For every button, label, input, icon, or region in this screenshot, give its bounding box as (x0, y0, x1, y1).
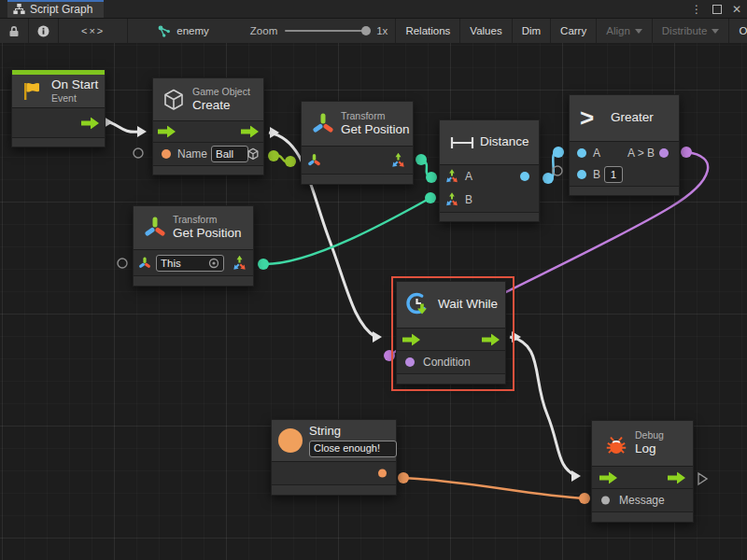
string-value-field[interactable]: Close enough! (309, 441, 397, 457)
align-button[interactable]: Align (596, 19, 652, 43)
node-create[interactable]: Game Object Create Name Ball (152, 77, 264, 175)
wire-string-string-to-log-message[interactable] (398, 472, 590, 504)
wire-flow-waitwhile-to-log[interactable] (510, 331, 581, 482)
info-icon (37, 25, 49, 37)
graph-toolbar: <×> enemy Zoom 1x Relations Values Dim C… (0, 19, 747, 44)
flow-row (397, 329, 505, 351)
string-output-port[interactable] (378, 469, 387, 478)
graph-breadcrumb[interactable]: enemy (148, 19, 218, 43)
node-wait-while[interactable]: Wait While Condition (396, 281, 506, 385)
maximize-icon[interactable] (712, 5, 722, 14)
zoom-value: 1x (376, 25, 388, 36)
flow-input-port[interactable] (599, 471, 617, 483)
node-title: Wait While (438, 297, 498, 313)
unconnected-flow-indicator[interactable] (698, 473, 707, 484)
node-title: Distance (480, 134, 529, 150)
transform-input-port[interactable] (307, 153, 321, 167)
active-tab-accent (7, 0, 104, 2)
vector3-output-port[interactable] (390, 152, 406, 168)
inspect-button[interactable] (29, 19, 59, 43)
node-category: Debug (635, 429, 664, 441)
flow-arrow-icon (158, 126, 176, 138)
greater-icon: > (580, 105, 594, 130)
vector3-icon (232, 255, 247, 271)
object-input-port[interactable] (601, 497, 610, 505)
port-label: A (593, 147, 600, 160)
window-controls: ⋮ ✕ (691, 0, 741, 18)
flow-output-port[interactable] (668, 471, 685, 483)
name-value-field[interactable]: Ball (211, 146, 248, 162)
bool-input-port[interactable] (405, 357, 415, 367)
node-distance[interactable]: Distance A (439, 119, 540, 222)
lock-button[interactable] (0, 19, 29, 43)
node-footer (272, 485, 396, 495)
bool-output-port[interactable] (659, 148, 669, 158)
flow-output-port[interactable] (241, 126, 259, 138)
string-icon (278, 428, 303, 453)
cube-icon (247, 147, 260, 161)
flow-output-port[interactable] (482, 333, 500, 345)
wire-vector3-getpositionbottom-to-distance-b[interactable] (258, 192, 436, 270)
flow-input-port[interactable] (158, 126, 176, 138)
transform-input-port[interactable] (138, 257, 151, 270)
port-label: Name (177, 147, 207, 161)
flow-arrow-icon (402, 333, 420, 345)
wire-flow-onstart-to-create[interactable] (99, 117, 147, 137)
graph-icon (13, 3, 25, 15)
flow-output-port[interactable] (81, 117, 99, 129)
vector3-input-port-a[interactable] (444, 169, 459, 184)
relations-button[interactable]: Relations (395, 19, 459, 43)
flow-arrow-icon (241, 126, 259, 138)
input-a-row: A A > B (570, 142, 679, 163)
string-input-port[interactable] (162, 149, 171, 159)
chevron-down-icon (712, 29, 719, 34)
target-icon[interactable] (208, 258, 219, 269)
node-on-start[interactable]: On Start Event (11, 69, 106, 147)
tab-script-graph[interactable]: Script Graph (7, 0, 104, 18)
wire-gameobject-create-to-getposition[interactable] (268, 150, 296, 167)
port-label: B (593, 168, 600, 181)
overview-button[interactable]: Overview (728, 19, 747, 43)
menu-icon[interactable]: ⋮ (691, 4, 702, 15)
node-footer (570, 187, 679, 195)
port-label: Message (619, 494, 665, 507)
vector3-input-port-b[interactable] (444, 192, 459, 207)
code-preview-button[interactable]: <×> (59, 19, 128, 43)
target-value-field[interactable]: This (156, 255, 224, 272)
input-a-row: A (440, 165, 539, 188)
tab-title: Script Graph (30, 3, 92, 16)
node-get-position-bottom[interactable]: Transform Get Position This (133, 205, 254, 287)
unconnected-port-indicator[interactable] (134, 148, 143, 158)
gameobject-output-port[interactable] (247, 147, 260, 161)
wire-vector3-getpositiontop-to-distance-a[interactable] (416, 154, 437, 183)
port-label: A (465, 170, 472, 183)
float-input-port-a[interactable] (577, 148, 586, 158)
vector3-output-port[interactable] (232, 255, 247, 271)
output-row (272, 462, 396, 485)
name-port-row: Name Ball (153, 143, 263, 166)
dim-button[interactable]: Dim (512, 19, 550, 43)
port-row (12, 108, 105, 138)
node-subtitle: Event (51, 92, 98, 105)
node-title: Create (192, 98, 250, 114)
carry-button[interactable]: Carry (550, 19, 596, 43)
node-category: Game Object (192, 86, 250, 98)
float-output-port[interactable] (520, 172, 529, 181)
float-input-port-b[interactable] (577, 170, 586, 179)
node-string[interactable]: String Close enough! (271, 419, 397, 496)
node-log[interactable]: Debug Log Message (591, 420, 694, 523)
distribute-button[interactable]: Distribute (652, 19, 729, 43)
zoom-slider-knob[interactable] (361, 26, 371, 35)
unconnected-port-indicator[interactable] (118, 259, 127, 268)
wire-float-distance-to-greater-a[interactable] (543, 147, 564, 184)
script-graph-window: Script Graph ⋮ ✕ <×> (0, 0, 747, 560)
port-label: Condition (423, 356, 471, 369)
node-greater[interactable]: > Greater A A > B B 1 (569, 94, 680, 196)
close-icon[interactable]: ✕ (732, 4, 741, 15)
node-get-position-top[interactable]: Transform Get Position (301, 101, 414, 185)
b-value-field[interactable]: 1 (604, 166, 623, 183)
flow-input-port[interactable] (402, 333, 420, 345)
values-button[interactable]: Values (459, 19, 511, 43)
zoom-slider[interactable] (285, 30, 369, 32)
graph-canvas[interactable]: On Start Event G (0, 43, 747, 560)
